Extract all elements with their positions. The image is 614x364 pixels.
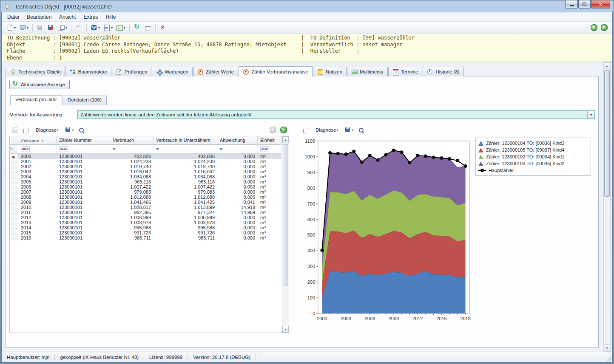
table-cell[interactable]: 962,365 <box>110 210 154 215</box>
table-cell[interactable]: 1.019,740 <box>154 164 217 169</box>
window-scrollbar-thumb[interactable] <box>604 70 610 197</box>
tab-wartungen[interactable]: Wartungen <box>152 67 193 76</box>
tab-termine[interactable]: Termine <box>388 67 423 76</box>
export-button[interactable] <box>301 125 311 135</box>
table-cell[interactable]: m³ <box>258 184 281 189</box>
table-cell[interactable]: m³ <box>258 225 281 230</box>
filter-cell[interactable]: aBc <box>57 145 110 154</box>
tab-pr-fungen[interactable]: Prüfungen <box>112 67 151 76</box>
table-cell[interactable]: 402,806 <box>110 154 154 159</box>
table-cell[interactable]: 1.012,088 <box>110 195 154 200</box>
column-header-verbrauch-in-unterz-hlern[interactable]: Verbrauch in Unterzählern <box>154 136 217 145</box>
table-cell[interactable]: 1.024,238 <box>110 159 154 164</box>
table-cell[interactable]: 0,000 <box>217 154 258 159</box>
tab-z-hler-verbrauchsanalyse[interactable]: Zähler Verbrauchsanalyse <box>239 66 313 77</box>
table-cell[interactable]: 0,000 <box>217 225 258 230</box>
method-combobox-value[interactable]: Zählerwerte werden linear auf den Zeitra… <box>78 112 587 117</box>
column-header-z-hler-nummer[interactable]: Zähler-Nummer <box>57 136 110 145</box>
table-cell[interactable]: 2008 <box>18 195 57 200</box>
table-cell[interactable]: 123000101 <box>57 154 110 159</box>
table-cell[interactable]: 995,988 <box>110 225 154 230</box>
table-cell[interactable]: m³ <box>258 179 281 184</box>
nav-next-button[interactable] <box>600 23 609 32</box>
table-cell[interactable]: m³ <box>258 189 281 195</box>
tab-historie-8-[interactable]: Historie (8) <box>423 67 463 76</box>
table-cell[interactable]: 123000101 <box>57 189 110 195</box>
export-button[interactable] <box>143 23 153 32</box>
table-cell[interactable]: 123000101 <box>57 230 110 235</box>
table-cell[interactable]: 1.024,238 <box>154 159 217 164</box>
maximize-button[interactable] <box>578 0 591 8</box>
table-scrollbar[interactable]: ▲ ▼ <box>282 136 289 333</box>
table-cell[interactable]: 995,988 <box>154 225 217 230</box>
table-cell[interactable]: 2004 <box>18 174 57 179</box>
table-cell[interactable]: m³ <box>258 195 281 200</box>
table-cell[interactable]: 1.003,978 <box>110 220 154 225</box>
table-cell[interactable]: m³ <box>258 235 281 240</box>
table-cell[interactable]: 123000101 <box>57 235 110 240</box>
table-cell[interactable]: 1.016,042 <box>154 169 217 174</box>
table-row[interactable]: 2005123000101965,116965,1160,000m³ <box>10 179 282 184</box>
scroll-down-icon[interactable]: ▼ <box>604 344 610 351</box>
table-cell[interactable]: 1.007,422 <box>110 184 154 189</box>
table-cell[interactable]: 991,726 <box>154 230 217 235</box>
table-cell[interactable]: 1.007,422 <box>154 184 217 189</box>
nav-prev-button[interactable] <box>589 23 599 32</box>
menu-hilfe[interactable]: Hilfe <box>102 13 119 21</box>
scroll-down-icon[interactable]: ▼ <box>282 326 289 333</box>
table-cell[interactable]: 0,000 <box>217 164 258 169</box>
table-cell[interactable]: 1.041,466 <box>110 200 154 205</box>
table-cell[interactable]: 1.006,999 <box>154 215 217 220</box>
table-cell[interactable]: 123000101 <box>57 210 110 215</box>
table-cell[interactable]: 2011 <box>18 210 57 215</box>
page-button[interactable]: ▾ <box>5 23 17 32</box>
scroll-up-icon[interactable]: ▲ <box>604 62 610 69</box>
table-cell[interactable]: 991,726 <box>110 230 154 235</box>
table-cell[interactable]: 1.019,740 <box>110 164 154 169</box>
combo-dropdown-button[interactable]: ▼ <box>587 111 594 119</box>
report-button[interactable]: ▾ <box>102 23 114 32</box>
table-cell[interactable]: 0,000 <box>217 195 258 200</box>
table-cell[interactable]: 2006 <box>18 184 57 189</box>
table-cell[interactable]: 123000101 <box>57 184 110 189</box>
search-button[interactable] <box>77 125 86 135</box>
table-cell[interactable]: 2009 <box>18 200 57 205</box>
menu-ansicht[interactable]: Ansicht <box>55 13 80 21</box>
table-cell[interactable]: 2001 <box>18 159 57 164</box>
diagnose-button[interactable]: Diagnose▾ <box>312 126 342 134</box>
table-row[interactable]: 20061230001011.007,4221.007,4220,000m³ <box>10 184 282 189</box>
table-cell[interactable]: 2002 <box>18 164 57 169</box>
table-cell[interactable]: 965,116 <box>154 179 217 184</box>
table-cell[interactable]: m³ <box>258 174 281 179</box>
table-row[interactable]: 20031230001011.016,0421.016,0420,000m³ <box>10 169 282 174</box>
table-cell[interactable]: 1.041,425 <box>154 200 217 205</box>
table-cell[interactable]: 0,000 <box>217 189 258 195</box>
table-row[interactable]: 20101230001011.028,8171.013,899-14,918m³ <box>10 205 282 210</box>
table-cell[interactable]: 0,000 <box>217 184 258 189</box>
close-button[interactable]: × <box>591 0 610 8</box>
table-cell[interactable]: 985,711 <box>154 235 217 240</box>
table-cell[interactable]: 1.003,978 <box>154 220 217 225</box>
table-cell[interactable]: 1.028,817 <box>110 205 154 210</box>
table-cell[interactable]: m³ <box>258 169 281 174</box>
window-scrollbar-track[interactable] <box>604 69 610 344</box>
table-cell[interactable]: m³ <box>258 154 281 159</box>
refresh-button[interactable] <box>132 23 142 32</box>
table-cell[interactable]: m³ <box>258 215 281 220</box>
column-header-abweichung[interactable]: Abweichung <box>217 136 258 145</box>
table-cell[interactable]: 0,000 <box>217 174 258 179</box>
table-cell[interactable]: m³ <box>258 230 281 235</box>
export-button[interactable] <box>21 125 31 135</box>
table-cell[interactable]: 2012 <box>18 215 57 220</box>
table-cell[interactable]: m³ <box>258 164 281 169</box>
scroll-up-icon[interactable]: ▲ <box>282 136 289 143</box>
table-row[interactable]: 2007123000101979,083979,0830,000m³ <box>10 189 282 195</box>
tab-z-hler-werte[interactable]: Zähler Werte <box>193 67 238 76</box>
table-cell[interactable]: 0,000 <box>217 179 258 184</box>
table-cell[interactable]: 0,000 <box>217 169 258 174</box>
grid-filter-row[interactable]: ✎aBcaBc===aBc <box>10 145 282 154</box>
table-cell[interactable]: 123000101 <box>57 164 110 169</box>
menu-datei[interactable]: Datei <box>3 13 23 21</box>
table-row[interactable]: 2014123000101995,988995,9880,000m³ <box>10 225 282 230</box>
table-row[interactable]: 2015123000101991,726991,7260,000m³ <box>10 230 282 235</box>
